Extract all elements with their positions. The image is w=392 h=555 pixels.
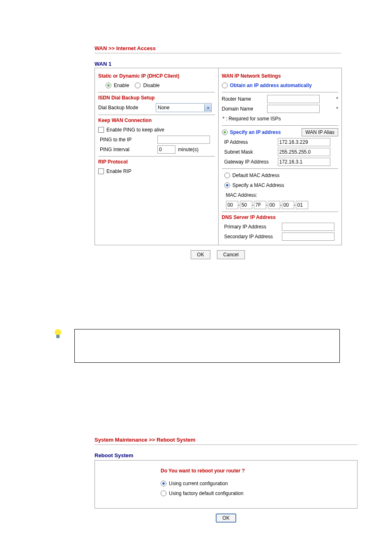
cancel-button[interactable]: Cancel — [217, 250, 244, 259]
reboot-question: Do You want to reboot your router ? — [161, 468, 349, 474]
reboot-current-radio[interactable] — [161, 481, 166, 486]
ping-to-ip-label: PING to the IP — [100, 137, 157, 143]
specify-ip-label[interactable]: Specify an IP address — [230, 129, 281, 135]
secondary-ip-label: Secondary IP Address — [224, 234, 282, 240]
gateway-input[interactable] — [278, 158, 330, 166]
breadcrumb-reboot: System Maintenance >> Reboot System — [95, 437, 357, 445]
disable-label: Disable — [143, 83, 159, 88]
enable-rip-label: Enable RIP — [106, 168, 131, 174]
primary-ip-label: Primary IP Address — [224, 224, 282, 230]
chevron-down-icon: ▾ — [204, 104, 211, 111]
mac-5-input[interactable] — [296, 201, 308, 209]
enable-radio[interactable] — [106, 83, 111, 88]
mac-2-input[interactable] — [254, 201, 266, 209]
gateway-label: Gateway IP Address — [224, 159, 278, 165]
ping-interval-input[interactable] — [157, 145, 175, 154]
secondary-ip-input[interactable] — [282, 233, 334, 241]
wan-right-col: WAN IP Network Settings Obtain an IP add… — [219, 68, 342, 245]
default-mac-label: Default MAC Address — [233, 173, 280, 178]
reboot-section: System Maintenance >> Reboot System Rebo… — [95, 437, 341, 523]
mac-3-input[interactable] — [268, 201, 280, 209]
isdn-heading: ISDN Dial Backup Setup — [98, 95, 215, 101]
reboot-current-label: Using current configuration — [169, 481, 228, 486]
router-name-label: Router Name — [222, 96, 267, 102]
obtain-auto-radio[interactable] — [222, 83, 228, 88]
wan-panel: Static or Dynamic IP (DHCP Client) Enabl… — [95, 68, 342, 245]
lightbulb-icon — [55, 329, 61, 340]
router-name-star: * — [320, 96, 339, 102]
enable-ping-checkbox[interactable] — [98, 127, 104, 133]
tip-area — [55, 329, 341, 363]
required-note: * : Required for some ISPs — [223, 116, 281, 122]
keep-wan-heading: Keep WAN Connection — [98, 117, 215, 123]
ip-address-label: IP Address — [224, 139, 278, 145]
subnet-mask-input[interactable] — [278, 148, 330, 156]
wan-ip-heading: WAN IP Network Settings — [222, 73, 339, 79]
ip-address-input[interactable] — [278, 138, 330, 146]
specify-mac-radio[interactable] — [224, 182, 230, 188]
reboot-factory-label: Using factory default configuration — [169, 491, 243, 496]
panel-title-reboot: Reboot System — [95, 452, 341, 458]
primary-ip-input[interactable] — [282, 223, 334, 231]
ping-interval-unit: minute(s) — [178, 147, 198, 152]
mac-1-input[interactable] — [240, 201, 252, 209]
ping-to-ip-input[interactable] — [157, 136, 210, 144]
reboot-ok-button[interactable]: OK — [216, 514, 236, 523]
tip-box — [74, 329, 340, 363]
enable-rip-checkbox[interactable] — [98, 168, 104, 174]
mac-4-input[interactable] — [282, 201, 294, 209]
dial-backup-mode-select[interactable]: None ▾ — [156, 103, 212, 112]
wan-ip-alias-button[interactable]: WAN IP Alias — [302, 128, 338, 136]
panel-title-wan1: WAN 1 — [95, 61, 341, 67]
breadcrumb-wan: WAN >> Internet Access — [95, 45, 341, 53]
ok-button[interactable]: OK — [191, 250, 210, 259]
default-mac-radio[interactable] — [224, 173, 230, 178]
domain-name-input[interactable] — [267, 105, 320, 113]
subnet-mask-label: Subnet Mask — [224, 149, 278, 155]
obtain-auto-label[interactable]: Obtain an IP address automatically — [230, 83, 312, 88]
ping-interval-label: PING Interval — [100, 147, 157, 152]
rip-heading: RIP Protocol — [98, 159, 215, 165]
router-name-input[interactable] — [267, 95, 320, 103]
domain-name-star: * — [320, 106, 339, 112]
mac-address-label: MAC Address: — [226, 192, 258, 198]
static-dhcp-heading: Static or Dynamic IP (DHCP Client) — [98, 73, 215, 79]
enable-ping-label: Enable PING to keep alive — [106, 127, 164, 133]
specify-ip-radio[interactable] — [222, 129, 228, 135]
wan-left-col: Static or Dynamic IP (DHCP Client) Enabl… — [95, 68, 219, 245]
disable-radio[interactable] — [135, 83, 141, 88]
mac-0-input[interactable] — [226, 201, 238, 209]
domain-name-label: Domain Name — [222, 106, 267, 112]
reboot-factory-radio[interactable] — [161, 491, 166, 496]
reboot-panel: Do You want to reboot your router ? Usin… — [95, 460, 357, 509]
enable-label: Enable — [114, 83, 129, 88]
specify-mac-label: Specify a MAC Address — [233, 182, 284, 188]
dns-heading: DNS Server IP Address — [222, 214, 339, 220]
dial-backup-mode-value: None — [158, 105, 170, 111]
dial-backup-mode-label: Dial Backup Mode — [98, 105, 156, 111]
